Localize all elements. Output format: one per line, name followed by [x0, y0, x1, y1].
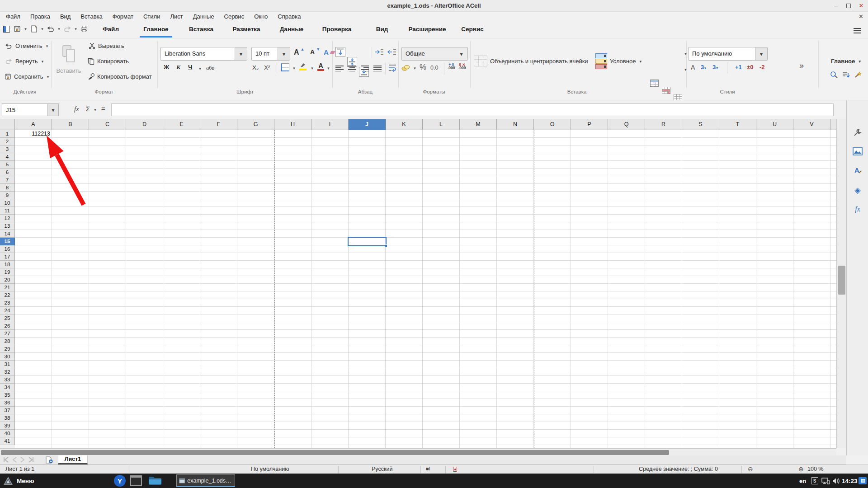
sum-dropdown-icon[interactable]: ▾	[93, 108, 97, 112]
row-header[interactable]: 18	[0, 261, 15, 268]
menu-item[interactable]: Правка	[25, 12, 55, 22]
redo-button[interactable]: Вернуть▾	[5, 58, 45, 65]
text-language[interactable]: Русский	[372, 466, 392, 472]
sidebar-styles-icon[interactable]: A	[852, 164, 863, 176]
update-style-icon[interactable]	[842, 71, 850, 78]
style-default-button[interactable]: A	[691, 64, 695, 71]
column-header[interactable]: S	[682, 119, 719, 130]
highlight-color-icon[interactable]	[299, 63, 307, 70]
cell-style-combo[interactable]: По умолчанию ▾	[688, 47, 768, 61]
align-left-icon[interactable]	[335, 66, 344, 71]
ribbon-tab[interactable]: Вставка	[179, 22, 224, 38]
name-box[interactable]: J15 ▾	[2, 103, 59, 116]
font-size-combo[interactable]: 10 пт ▾	[251, 47, 290, 61]
style-bad-button[interactable]: -2	[760, 64, 765, 70]
vertical-scrollbar[interactable]	[836, 119, 846, 448]
column-header[interactable]: O	[534, 119, 571, 130]
name-box-dropdown-icon[interactable]: ▾	[47, 104, 58, 116]
ribbon-tab[interactable]: Расширение	[405, 22, 450, 38]
redo-icon[interactable]	[63, 24, 72, 33]
row-header[interactable]: 26	[0, 322, 15, 330]
layout-switcher-icon[interactable]: S	[811, 474, 818, 488]
column-header[interactable]: G	[237, 119, 274, 130]
sheet-tab[interactable]: Лист1	[58, 455, 88, 465]
font-color-icon[interactable]: A	[317, 62, 324, 71]
close-document-icon[interactable]: ✕	[859, 13, 863, 20]
ribbon-tab[interactable]: Проверка	[314, 22, 359, 38]
number-format-dropdown-icon[interactable]: ▾	[455, 47, 467, 60]
save-dropdown-icon[interactable]: ▾	[24, 27, 28, 31]
row-header[interactable]: 6	[0, 169, 15, 176]
row-header[interactable]: 35	[0, 391, 15, 399]
merge-cells-button[interactable]: ←→ Объединить и центрировать ячейки	[474, 56, 588, 66]
zoom-in-icon[interactable]: ⊕	[798, 465, 804, 473]
row-header[interactable]: 4	[0, 153, 15, 161]
close-button[interactable]: ✕	[856, 1, 866, 10]
columns-dropdown-icon[interactable]: ▾	[684, 67, 688, 72]
column-header[interactable]: U	[756, 119, 793, 130]
zoom-out-icon[interactable]: ⊖	[748, 465, 753, 473]
currency-format-icon[interactable]	[401, 65, 410, 71]
row-header[interactable]: 13	[0, 222, 15, 230]
currency-dropdown-icon[interactable]: ▾	[413, 66, 417, 70]
save-button[interactable]: Сохранить▾	[5, 73, 50, 80]
prev-sheet-icon[interactable]	[12, 457, 17, 463]
save-icon[interactable]	[13, 24, 22, 33]
new-document-icon[interactable]	[29, 24, 38, 33]
copy-format-button[interactable]: Копировать формат	[88, 73, 152, 80]
rows-dropdown-icon[interactable]: ▾	[684, 52, 688, 56]
cell-style-dropdown-icon[interactable]: ▾	[755, 47, 767, 60]
selected-cell-j15[interactable]	[348, 237, 387, 246]
network-icon[interactable]	[821, 474, 830, 488]
cells-area[interactable]	[15, 130, 836, 448]
column-header[interactable]: H	[274, 119, 311, 130]
menu-item[interactable]: Данные	[188, 12, 219, 22]
row-header[interactable]: 15	[0, 238, 15, 245]
row-header[interactable]: 12	[0, 215, 15, 222]
clear-formatting-button[interactable]: A	[324, 48, 335, 56]
font-size-dropdown-icon[interactable]: ▾	[278, 47, 290, 60]
decrease-indent-icon[interactable]	[387, 48, 397, 56]
bold-button[interactable]: Ж	[164, 64, 169, 70]
align-right-icon[interactable]	[361, 66, 369, 71]
app-window-icon[interactable]	[2, 24, 11, 33]
wrap-text-icon[interactable]	[388, 64, 397, 72]
column-header[interactable]: F	[200, 119, 237, 130]
row-header[interactable]: 38	[0, 414, 15, 422]
row-header[interactable]: 11	[0, 207, 15, 215]
font-name-combo[interactable]: Liberation Sans ▾	[160, 47, 247, 61]
undo-button[interactable]: Отменить▾	[5, 42, 49, 49]
font-color-dropdown-icon[interactable]: ▾	[326, 66, 330, 70]
column-header[interactable]: A	[15, 119, 52, 130]
function-wizard-icon[interactable]: fx	[74, 105, 79, 113]
clock[interactable]: 14:23	[842, 474, 858, 488]
start-menu-button[interactable]: Меню	[3, 474, 34, 488]
show-desktop-icon[interactable]	[858, 474, 867, 488]
new-style-icon[interactable]	[854, 71, 863, 78]
percent-format-button[interactable]: %	[420, 63, 426, 72]
increase-indent-icon[interactable]	[374, 48, 384, 56]
menu-item[interactable]: Формат	[108, 12, 138, 22]
insert-row-above-icon[interactable]: ↑	[650, 80, 659, 87]
row-header[interactable]: 25	[0, 314, 15, 322]
column-header[interactable]: C	[89, 119, 126, 130]
ribbon-tab[interactable]: Данные	[269, 22, 314, 38]
row-header[interactable]: 27	[0, 330, 15, 338]
column-header[interactable]: B	[52, 119, 89, 130]
row-header[interactable]: 30	[0, 353, 15, 361]
cut-button[interactable]: Вырезать	[89, 42, 124, 49]
menu-item[interactable]: Вид	[55, 12, 76, 22]
sidebar-properties-icon[interactable]	[852, 127, 863, 138]
style-heading1-button[interactable]: 3₁	[701, 64, 707, 70]
align-justify-icon[interactable]	[373, 66, 382, 71]
vertical-scrollbar-thumb[interactable]	[838, 266, 845, 295]
paste-button[interactable]: Вставить	[54, 45, 83, 74]
conditional-dropdown-icon[interactable]: ▾	[638, 59, 642, 64]
column-header[interactable]: P	[571, 119, 608, 130]
menu-item[interactable]: Файл	[1, 12, 25, 22]
context-menu-button[interactable]: Главное▾	[831, 58, 862, 65]
column-header[interactable]: R	[645, 119, 682, 130]
horizontal-scrollbar-thumb[interactable]	[1, 450, 669, 455]
menu-item[interactable]: Окно	[249, 12, 273, 22]
sidebar-gallery-icon[interactable]	[852, 145, 863, 157]
